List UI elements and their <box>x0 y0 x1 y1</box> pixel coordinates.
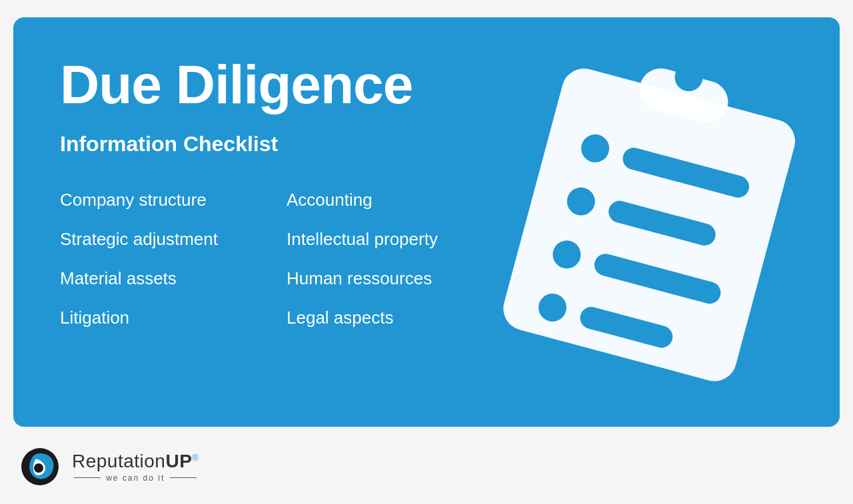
footer: ReputationUP® we can do it <box>13 447 840 487</box>
checklist-item-accounting: Accounting <box>287 190 473 210</box>
hero-card: Due Diligence Information Checklist Comp… <box>13 17 840 427</box>
checklist-item-human-resources: Human ressources <box>287 268 473 289</box>
content-left: Due Diligence Information Checklist Comp… <box>60 57 793 328</box>
checklist-item-intellectual-property: Intellectual property <box>287 229 473 250</box>
logo-tagline: we can do it <box>106 473 165 483</box>
logo-icon <box>20 447 60 487</box>
page-wrapper: Due Diligence Information Checklist Comp… <box>13 17 840 487</box>
checklist-grid: Company structure Accounting Strategic a… <box>60 190 473 328</box>
checklist-item-litigation: Litigation <box>60 308 247 328</box>
logo-text: ReputationUP® we can do it <box>72 451 199 483</box>
main-title: Due Diligence <box>60 57 793 112</box>
checklist-item-company-structure: Company structure <box>60 190 247 210</box>
checklist-item-legal-aspects: Legal aspects <box>287 308 473 328</box>
logo-name: ReputationUP® <box>72 451 199 472</box>
checklist-item-material-assets: Material assets <box>60 268 247 289</box>
checklist-item-strategic-adjustment: Strategic adjustment <box>60 229 247 250</box>
logo-tagline-wrapper: we can do it <box>74 472 197 483</box>
tagline-line-right <box>170 477 197 478</box>
subtitle: Information Checklist <box>60 132 793 156</box>
svg-point-12 <box>34 463 43 473</box>
tagline-line-left <box>74 477 101 478</box>
